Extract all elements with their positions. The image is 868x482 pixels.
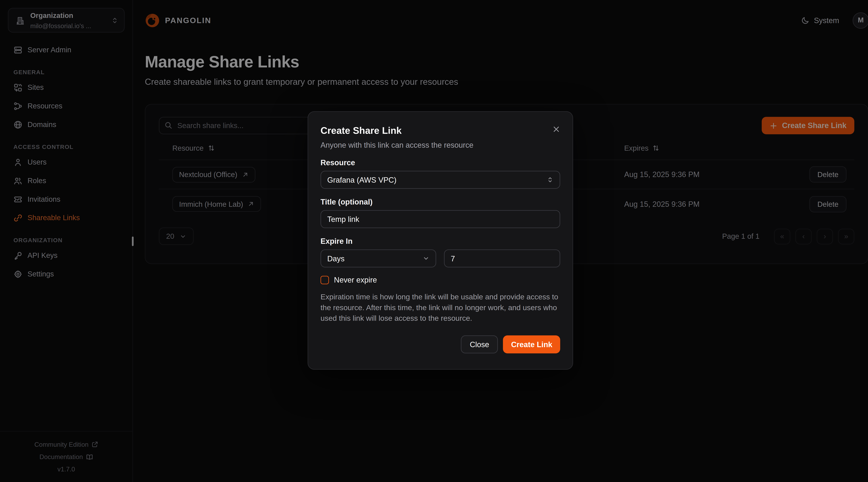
chevron-down-icon [423,255,430,262]
never-expire-checkbox[interactable] [320,276,329,284]
resource-select[interactable]: Grafana (AWS VPC) [320,171,560,189]
expire-unit-value: Days [327,254,344,263]
modal-title: Create Share Link [320,125,560,137]
title-label: Title (optional) [320,198,560,206]
app-root: Organization milo@fossorial.io's ... Ser… [0,0,868,482]
expire-in-label: Expire In [320,237,560,246]
expiration-description: Expiration time is how long the link wil… [320,291,560,324]
resource-label: Resource [320,159,560,167]
expire-unit-select[interactable]: Days [320,250,436,267]
chevrons-up-down-icon [547,176,553,184]
modal-create-link-button[interactable]: Create Link [503,336,560,353]
modal-close-button[interactable]: Close [461,336,498,353]
title-input[interactable] [320,210,560,228]
resource-select-value: Grafana (AWS VPC) [327,175,397,184]
expire-value-input[interactable] [444,250,560,267]
modal-subtitle: Anyone with this link can access the res… [320,141,560,150]
never-expire-label: Never expire [334,276,377,284]
never-expire-option[interactable]: Never expire [320,276,560,284]
create-share-link-modal: Create Share Link Anyone with this link … [308,111,573,370]
close-icon[interactable] [551,124,561,134]
